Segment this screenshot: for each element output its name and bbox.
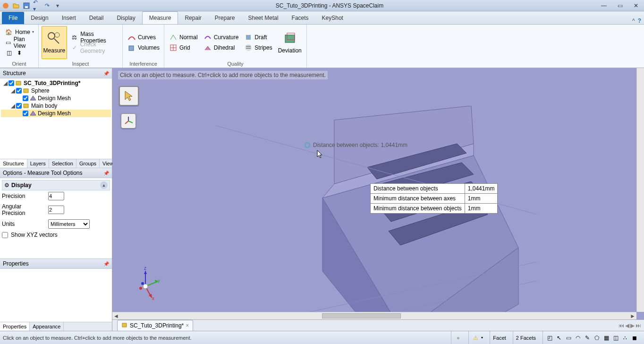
struct-tab-layers[interactable]: Layers <box>27 159 49 168</box>
select-tool-button[interactable] <box>119 86 139 106</box>
redo-icon[interactable]: ↷ <box>43 2 51 9</box>
horizontal-scrollbar[interactable]: ◄ ► <box>112 312 636 319</box>
tab-display[interactable]: Display <box>110 12 142 24</box>
pin-icon[interactable]: 📌 <box>103 171 109 176</box>
stripes-button[interactable]: Stripes <box>242 43 274 53</box>
display-group-header[interactable]: ⚙ Display ▲ <box>2 180 110 190</box>
sel-cursor-icon[interactable]: ↖ <box>555 334 563 342</box>
orient-tool-button[interactable] <box>121 113 136 129</box>
undo-icon[interactable]: ↶ ▾ <box>33 2 41 9</box>
tree-row[interactable]: ◢Main body <box>1 102 111 110</box>
checkgeom-button[interactable]: ✓Check Geometry <box>69 43 119 53</box>
deviation-button[interactable]: Deviation <box>276 26 304 59</box>
tree-row[interactable]: Design Mesh <box>1 110 111 117</box>
vertical-scrollbar[interactable] <box>636 68 644 312</box>
precision-input[interactable] <box>48 192 64 200</box>
tab-design[interactable]: Design <box>24 12 55 24</box>
tab-measure[interactable]: Measure <box>142 11 178 24</box>
expand-icon[interactable]: ◢ <box>3 80 8 86</box>
sel-mode-1-icon[interactable]: ◰ <box>546 334 553 342</box>
pin-icon[interactable]: 📌 <box>103 261 109 267</box>
doc-first-icon[interactable]: ⏮ <box>619 322 624 329</box>
close-button[interactable]: ✕ <box>630 1 642 10</box>
angular-precision-input[interactable] <box>48 206 64 214</box>
tree-checkbox[interactable] <box>16 103 22 109</box>
table-cell: Minimum distance between objects <box>371 204 465 214</box>
tree-row[interactable]: ◢Sphere <box>1 87 111 95</box>
props-tab-properties[interactable]: Properties <box>0 322 30 331</box>
expand-icon[interactable]: ◢ <box>10 87 15 94</box>
struct-tab-groups[interactable]: Groups <box>76 159 100 168</box>
tab-insert[interactable]: Insert <box>55 12 83 24</box>
svg-point-42 <box>143 284 148 289</box>
struct-tab-selection[interactable]: Selection <box>49 159 76 168</box>
tree-row[interactable]: ◢SC_Tuto_3DPrinting* <box>1 79 111 87</box>
volumes-button[interactable]: Volumes <box>126 43 161 53</box>
normal-button[interactable]: Normal <box>167 32 200 43</box>
struct-tab-structure[interactable]: Structure <box>0 159 27 168</box>
sel-edge-icon[interactable]: ◫ <box>612 334 619 342</box>
sel-poly-icon[interactable]: ⬠ <box>593 334 601 342</box>
doc-next-icon[interactable]: ▶ <box>630 322 635 329</box>
component-icon <box>23 87 30 94</box>
save-icon[interactable] <box>23 2 30 9</box>
status-dot-icon[interactable]: ● <box>454 334 462 342</box>
tab-sheetmetal[interactable]: Sheet Metal <box>242 12 285 24</box>
props-tab-appearance[interactable]: Appearance <box>30 322 64 331</box>
svg-rect-14 <box>285 35 295 43</box>
close-tab-icon[interactable]: × <box>186 322 189 329</box>
units-label: Units <box>2 221 45 227</box>
doc-prev-icon[interactable]: ◀ <box>625 322 629 329</box>
units-select[interactable]: Millimeters <box>48 219 90 229</box>
cursor-icon <box>316 149 324 159</box>
tab-facets[interactable]: Facets <box>285 12 315 24</box>
pin-icon[interactable]: 📌 <box>103 71 109 76</box>
minimize-button[interactable]: — <box>598 1 610 10</box>
scroll-right-icon[interactable]: ► <box>629 312 636 319</box>
svg-rect-6 <box>129 46 134 51</box>
draft-button[interactable]: Draft <box>242 32 274 43</box>
sel-lasso-icon[interactable]: ◠ <box>574 334 582 342</box>
expand-icon[interactable]: ◢ <box>10 103 15 109</box>
showxyz-checkbox[interactable] <box>2 232 8 238</box>
sel-box-icon[interactable]: ▭ <box>565 334 572 342</box>
tree-row[interactable]: Design Mesh <box>1 95 111 102</box>
tab-prepare[interactable]: Prepare <box>208 12 242 24</box>
structure-tree[interactable]: ◢SC_Tuto_3DPrinting* ◢Sphere Design Mesh… <box>0 78 112 159</box>
sel-face-icon[interactable]: ▦ <box>602 334 610 342</box>
orientation-triad[interactable]: z y x <box>131 267 160 301</box>
scroll-thumb[interactable] <box>322 313 401 318</box>
tree-checkbox[interactable] <box>23 95 28 101</box>
tab-keyshot[interactable]: KeyShot <box>315 12 350 24</box>
help-icon[interactable]: ? <box>638 17 641 24</box>
doc-last-icon[interactable]: ⏭ <box>636 322 641 329</box>
curvature-button[interactable]: Curvature <box>202 32 241 43</box>
scroll-left-icon[interactable]: ◄ <box>112 312 120 319</box>
planview-button[interactable]: ▭Plan View <box>3 37 36 48</box>
tree-checkbox[interactable] <box>23 111 28 116</box>
tree-checkbox[interactable] <box>16 88 22 94</box>
dihedral-button[interactable]: Dihedral <box>202 43 241 53</box>
triad-y-label: y <box>158 278 160 283</box>
warning-icon[interactable]: ⚠ <box>472 334 479 342</box>
tree-checkbox[interactable] <box>8 80 14 86</box>
collapse-icon[interactable]: ▲ <box>100 181 108 189</box>
sel-paint-icon[interactable]: ✎ <box>584 334 591 342</box>
dihedral-label: Dihedral <box>214 44 235 51</box>
measure-button[interactable]: Measure <box>42 26 67 59</box>
grid-button[interactable]: Grid <box>167 43 200 53</box>
open-icon[interactable] <box>12 2 20 9</box>
curves-icon <box>127 33 136 42</box>
tab-detail[interactable]: Detail <box>83 12 110 24</box>
document-tab[interactable]: SC_Tuto_3DPrinting* × <box>117 320 193 331</box>
view-cube-button[interactable]: ◫⬍ <box>3 48 36 58</box>
tab-file[interactable]: File <box>2 12 24 24</box>
maximize-button[interactable]: ▭ <box>614 1 626 10</box>
curves-button[interactable]: Curves <box>126 32 161 43</box>
sel-body-icon[interactable]: ◼ <box>631 334 638 342</box>
qat-dropdown-icon[interactable]: ▾ <box>54 2 61 9</box>
ribbon-minimize-icon[interactable]: ^ <box>632 17 635 24</box>
tab-repair[interactable]: Repair <box>178 12 208 24</box>
viewport[interactable]: Click on an object to measure. Ctrl+clic… <box>112 68 644 319</box>
sel-vertex-icon[interactable]: ∴ <box>621 334 629 342</box>
